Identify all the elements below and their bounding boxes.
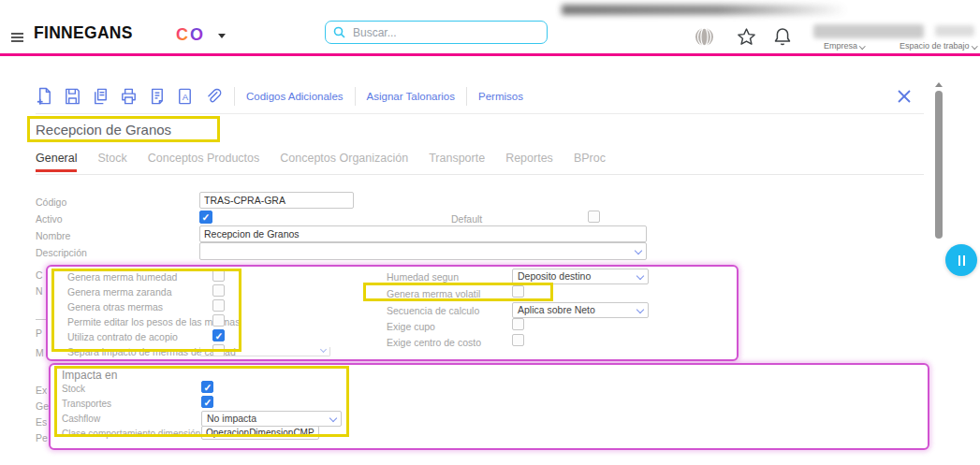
attachment-paperclip-icon[interactable] xyxy=(202,85,223,108)
new-document-icon[interactable] xyxy=(34,85,54,108)
page-title: Recepcion de Granos xyxy=(36,122,171,138)
genera-merma-volatil-label: Genera merma volatil xyxy=(387,288,480,299)
chevron-down-icon xyxy=(972,43,977,49)
genera-merma-volatil-checkbox[interactable] xyxy=(512,285,524,298)
empresa-dropdown[interactable]: Empresa xyxy=(824,41,865,51)
tab-bproc[interactable]: BProc xyxy=(574,152,606,172)
utiliza-contrato-acopio-checkbox[interactable] xyxy=(212,329,225,341)
genera-merma-zaranda-label: Genera merma zaranda xyxy=(67,286,171,298)
brand-logo-text[interactable]: FINNEGANS xyxy=(34,23,133,43)
activo-label: Activo xyxy=(36,213,63,225)
hamburger-menu-icon[interactable] xyxy=(11,33,23,42)
toolbar-divider-line xyxy=(36,113,924,114)
descripcion-select[interactable] xyxy=(199,242,647,260)
impacta-en-section-title: Impacta en xyxy=(62,369,117,382)
codigo-label: Código xyxy=(36,196,66,208)
genera-merma-zaranda-checkbox[interactable] xyxy=(212,284,225,297)
clipped-label: Pe xyxy=(36,432,48,443)
genera-otras-mermas-label: Genera otras mermas xyxy=(67,301,163,312)
redacted-top-bar xyxy=(562,5,847,15)
chevron-down-icon xyxy=(635,247,642,254)
chevron-down-icon xyxy=(320,346,327,353)
tab-conceptos-productos[interactable]: Conceptos Productos xyxy=(148,152,260,172)
toolbar-divider xyxy=(355,87,356,106)
tab-conceptos-organizacion[interactable]: Conceptos Organización xyxy=(280,152,408,172)
secuencia-calculo-label: Secuencia de calculo xyxy=(387,305,479,316)
save-icon[interactable] xyxy=(62,85,82,108)
chevron-down-icon xyxy=(636,306,644,313)
exige-cupo-checkbox[interactable] xyxy=(512,318,524,330)
exige-centro-costo-checkbox[interactable] xyxy=(512,334,524,346)
pause-bars-icon xyxy=(958,255,960,266)
codigo-input[interactable] xyxy=(199,192,354,209)
humedad-segun-select[interactable]: Deposito destino xyxy=(512,269,649,284)
tab-general[interactable]: General xyxy=(36,152,77,172)
clase-comportamiento-input[interactable] xyxy=(201,426,319,440)
cashflow-select[interactable]: No impacta xyxy=(201,411,342,427)
cashflow-label: Cashflow xyxy=(62,414,100,424)
toolbar-divider xyxy=(234,87,235,106)
search-input[interactable] xyxy=(351,25,539,40)
notifications-bell-icon[interactable] xyxy=(772,26,793,48)
exige-centro-costo-label: Exige centro de costo xyxy=(387,337,481,348)
descripcion-label: Descripción xyxy=(36,247,87,258)
clase-comportamiento-label: Clase comportamiento dimensión xyxy=(62,429,200,439)
svg-text:O: O xyxy=(190,25,203,44)
clipped-label: M xyxy=(36,347,44,358)
redacted-company-name xyxy=(813,24,924,38)
chevron-down-icon xyxy=(859,43,865,49)
document-a-icon[interactable]: A xyxy=(174,85,195,108)
search-icon xyxy=(333,26,345,38)
nombre-input[interactable] xyxy=(199,225,647,242)
app-window: FINNEGANS C O Empres xyxy=(0,0,980,465)
scrollbar-thumb[interactable] xyxy=(935,91,943,239)
clipped-label: Ex xyxy=(36,385,47,396)
tab-stock[interactable]: Stock xyxy=(97,152,126,172)
clipped-label: P xyxy=(36,327,42,339)
genera-merma-humedad-checkbox[interactable] xyxy=(212,269,225,282)
secuencia-calculo-select[interactable]: Aplica sobre Neto xyxy=(512,302,649,318)
tab-reportes[interactable]: Reportes xyxy=(505,152,553,172)
chevron-down-icon xyxy=(636,272,644,280)
asignar-talonarios-link[interactable]: Asignar Talonarios xyxy=(367,91,455,102)
chevron-down-icon xyxy=(329,414,337,422)
toolbar-divider xyxy=(466,87,467,106)
print-icon[interactable] xyxy=(118,85,139,108)
partially-hidden-combo xyxy=(199,347,330,356)
side-panel-toggle-button[interactable] xyxy=(945,244,977,276)
pause-bars-icon xyxy=(963,255,965,266)
close-icon[interactable] xyxy=(895,87,914,106)
permisos-link[interactable]: Permisos xyxy=(478,91,523,102)
brand-dropdown-caret-icon[interactable] xyxy=(218,34,226,38)
workspace-dropdown[interactable]: Espacio de trabajo xyxy=(900,41,976,51)
report-list-icon[interactable] xyxy=(146,85,167,108)
default-label: Default xyxy=(451,213,482,225)
redacted-workspace-name xyxy=(935,25,974,36)
favorites-star-icon[interactable] xyxy=(736,26,757,48)
activo-checkbox[interactable] xyxy=(199,211,212,224)
tabs-divider-line xyxy=(36,174,924,175)
default-checkbox[interactable] xyxy=(588,211,600,223)
brand-logo-co-icon: C O xyxy=(176,24,213,45)
copy-icon[interactable] xyxy=(90,85,110,108)
humedad-segun-label: Humedad segun xyxy=(387,271,459,283)
genera-otras-mermas-checkbox[interactable] xyxy=(212,299,225,312)
nombre-label: Nombre xyxy=(36,230,70,241)
clipped-label: N xyxy=(36,285,43,297)
codigos-adicionales-link[interactable]: Codigos Adicionales xyxy=(246,91,344,102)
transportes-checkbox[interactable] xyxy=(201,396,213,408)
header-accent-bar xyxy=(0,53,980,56)
transportes-label: Transportes xyxy=(62,399,111,409)
globe-sphere-icon[interactable] xyxy=(694,26,715,48)
clipped-label: C xyxy=(36,269,43,281)
stock-checkbox[interactable] xyxy=(201,381,213,393)
clipped-label: Ge xyxy=(36,400,49,412)
tab-transporte[interactable]: Transporte xyxy=(429,152,485,172)
genera-merma-humedad-label: Genera merma humedad xyxy=(67,271,177,283)
global-search[interactable] xyxy=(325,21,548,44)
scrollbar-up-arrow[interactable] xyxy=(935,82,943,87)
stock-label: Stock xyxy=(62,384,85,394)
permite-editar-pesos-checkbox[interactable] xyxy=(212,314,225,327)
toolbar: A Codigos Adicionales Asignar Talonarios… xyxy=(34,84,523,109)
svg-text:C: C xyxy=(176,25,188,44)
